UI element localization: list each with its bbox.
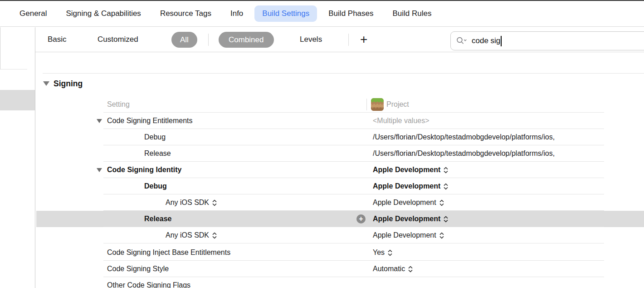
- popup-chevrons-icon: [387, 249, 393, 256]
- row-code-signing-style[interactable]: Code Signing Style Automatic: [36, 261, 644, 277]
- setting-value-popup[interactable]: Apple Development: [373, 194, 444, 211]
- popup-chevrons-icon: [439, 232, 444, 239]
- popup-chevrons-icon: [212, 199, 217, 206]
- popup-chevrons-icon: [443, 167, 449, 174]
- search-input-value[interactable]: code sig: [472, 36, 500, 45]
- column-header-project: Project: [386, 96, 409, 113]
- setting-value-popup[interactable]: Automatic: [373, 261, 413, 277]
- row-separator: [103, 243, 604, 243]
- column-header-setting: Setting: [107, 96, 130, 113]
- tab-resource-tags[interactable]: Resource Tags: [160, 9, 211, 18]
- strip-row-separator: [0, 69, 27, 70]
- setting-value[interactable]: /Users/florian/Desktop/testadmobgdevelop…: [373, 145, 644, 162]
- row-entitlements-debug[interactable]: Debug /Users/florian/Desktop/testadmobgd…: [36, 129, 644, 145]
- setting-label[interactable]: Any iOS SDK: [166, 194, 217, 211]
- view-combined-button[interactable]: Combined: [219, 32, 274, 48]
- setting-value-popup[interactable]: Apple Development: [373, 211, 449, 227]
- xcode-build-settings-window: General Signing & Capabilities Resource …: [0, 0, 644, 288]
- setting-label: Debug: [144, 178, 167, 194]
- column-divider: [366, 99, 367, 110]
- project-editor-tab-bar: General Signing & Capabilities Resource …: [0, 1, 644, 27]
- popup-chevrons-icon: [439, 199, 444, 206]
- selected-target-row[interactable]: [0, 90, 35, 110]
- row-identity-release-selected[interactable]: Release + Apple Development: [36, 211, 644, 227]
- setting-label: Release: [144, 145, 171, 162]
- tab-general[interactable]: General: [20, 9, 47, 18]
- row-identity-release-any-ios-sdk[interactable]: Any iOS SDK Apple Development: [36, 227, 644, 243]
- strip-border: [0, 27, 0, 69]
- add-build-setting-button[interactable]: +: [360, 27, 367, 52]
- tab-build-rules[interactable]: Build Rules: [393, 9, 432, 18]
- row-identity-debug-any-ios-sdk[interactable]: Any iOS SDK Apple Development: [36, 194, 644, 211]
- scope-basic-button[interactable]: Basic: [48, 27, 67, 52]
- setting-value-popup[interactable]: Apple Development: [373, 162, 449, 178]
- row-inject-base-entitlements[interactable]: Code Signing Inject Base Entitlements Ye…: [36, 244, 644, 261]
- row-other-code-signing-flags[interactable]: Other Code Signing Flags: [36, 277, 644, 288]
- popup-chevrons-icon: [443, 183, 449, 190]
- setting-label: Code Signing Style: [107, 261, 169, 277]
- toolbar-divider: [348, 34, 349, 46]
- setting-value[interactable]: /Users/florian/Desktop/testadmobgdevelop…: [373, 129, 644, 145]
- scope-all-button[interactable]: All: [171, 32, 197, 48]
- setting-value-popup[interactable]: Apple Development: [373, 178, 449, 194]
- row-identity-debug[interactable]: Debug Apple Development: [36, 178, 644, 194]
- tab-signing-capabilities[interactable]: Signing & Capabilities: [66, 9, 141, 18]
- disclosure-triangle-icon[interactable]: [97, 162, 102, 178]
- tab-build-phases[interactable]: Build Phases: [328, 9, 373, 18]
- setting-label: Other Code Signing Flags: [107, 277, 190, 288]
- section-header-signing[interactable]: Signing: [43, 77, 83, 90]
- disclosure-triangle-icon[interactable]: [97, 113, 102, 129]
- tab-info[interactable]: Info: [230, 9, 243, 18]
- setting-label: Code Signing Entitlements: [107, 113, 193, 129]
- project-app-icon: [371, 98, 384, 111]
- popup-chevrons-icon: [443, 216, 449, 223]
- tab-build-settings[interactable]: Build Settings: [254, 5, 317, 22]
- row-code-signing-entitlements[interactable]: Code Signing Entitlements <Multiple valu…: [36, 113, 644, 129]
- plus-circle-icon[interactable]: +: [356, 214, 366, 223]
- text-caret: [501, 36, 502, 46]
- setting-label[interactable]: Any iOS SDK: [166, 227, 217, 243]
- popup-chevrons-icon: [212, 232, 217, 239]
- search-field[interactable]: code sig: [450, 31, 644, 50]
- setting-label: Release: [144, 211, 172, 227]
- scope-customized-button[interactable]: Customized: [98, 27, 138, 52]
- row-entitlements-release[interactable]: Release /Users/florian/Desktop/testadmob…: [36, 145, 644, 162]
- navigator-strip: [0, 27, 35, 288]
- toolbar-divider: [208, 34, 209, 46]
- setting-value-popup[interactable]: Apple Development: [373, 227, 444, 243]
- popup-chevrons-icon: [408, 266, 413, 273]
- setting-value-popup[interactable]: Yes: [373, 244, 393, 261]
- content-top-separator: [43, 73, 644, 74]
- setting-label: Code Signing Identity: [107, 162, 181, 178]
- section-title: Signing: [54, 79, 83, 89]
- row-code-signing-identity[interactable]: Code Signing Identity Apple Development: [36, 162, 644, 178]
- build-settings-toolbar: Basic Customized All Combined Levels + c…: [35, 27, 644, 52]
- setting-label: Code Signing Inject Base Entitlements: [107, 244, 230, 261]
- view-levels-button[interactable]: Levels: [300, 27, 322, 52]
- setting-label: Debug: [144, 129, 166, 145]
- disclosure-triangle-icon[interactable]: [43, 81, 49, 86]
- setting-value[interactable]: <Multiple values>: [373, 113, 429, 129]
- table-header-row: Setting Project: [36, 96, 644, 113]
- magnifier-icon[interactable]: [456, 36, 467, 45]
